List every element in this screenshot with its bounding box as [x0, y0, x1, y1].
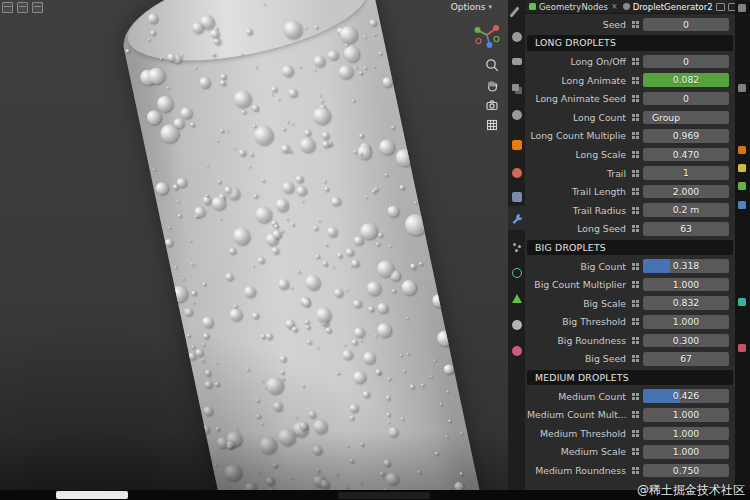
droplet — [145, 109, 162, 126]
section-header[interactable]: MEDIUM DROPLETS — [525, 368, 735, 387]
render-tab-icon[interactable] — [512, 32, 522, 42]
dropdown-field[interactable]: Group — [643, 111, 729, 125]
attribute-toggle-icon[interactable] — [631, 20, 640, 29]
value-field[interactable]: 1.000 — [643, 408, 729, 422]
physics-orbit-tab-icon[interactable] — [512, 268, 522, 278]
field-value: 1.000 — [643, 408, 729, 422]
node-tree-name[interactable]: GeometryNodes — [539, 2, 608, 12]
attribute-toggle-icon[interactable] — [631, 299, 640, 308]
tool-tab-icon[interactable] — [509, 6, 519, 17]
droplet — [308, 410, 316, 418]
value-field[interactable]: 0.832 — [643, 296, 729, 310]
attribute-toggle-icon[interactable] — [631, 280, 640, 289]
3d-viewport[interactable]: Options ▾ — [0, 0, 508, 490]
attribute-toggle-icon[interactable] — [631, 113, 640, 122]
droplet — [147, 38, 149, 40]
attribute-toggle-icon[interactable] — [631, 187, 640, 196]
droplet — [364, 67, 366, 69]
attribute-toggle-icon[interactable] — [631, 429, 640, 438]
output-tab-icon[interactable] — [512, 58, 522, 65]
value-field[interactable]: 0.750 — [643, 464, 729, 478]
value-field[interactable]: 63 — [643, 222, 729, 236]
attribute-toggle-icon[interactable] — [631, 169, 640, 178]
particles-tab-icon[interactable] — [512, 242, 522, 252]
grid-ortho-icon[interactable] — [485, 118, 499, 132]
value-field[interactable]: 1.000 — [643, 315, 729, 329]
attribute-toggle-icon[interactable] — [631, 466, 640, 475]
object-tab-icon[interactable] — [512, 140, 522, 150]
attribute-toggle-icon[interactable] — [631, 94, 640, 103]
attribute-toggle-icon[interactable] — [631, 410, 640, 419]
attribute-toggle-icon[interactable] — [631, 150, 640, 159]
timeline-marker[interactable] — [56, 491, 128, 499]
attribute-toggle-icon[interactable] — [631, 224, 640, 233]
modifiers-wrench-icon[interactable] — [511, 211, 523, 224]
droplet — [460, 432, 462, 434]
value-field[interactable]: 2.000 — [643, 185, 729, 199]
object-data-tab-icon[interactable] — [512, 294, 522, 303]
render-toggle-icon[interactable] — [728, 3, 735, 11]
material-tab-icon[interactable] — [512, 346, 522, 356]
scene-tab-icon[interactable] — [512, 110, 522, 120]
attribute-toggle-icon[interactable] — [631, 131, 640, 140]
value-field[interactable]: 67 — [643, 352, 729, 366]
value-field[interactable]: 0.318 — [643, 259, 729, 273]
property-row: Trail Length2.000 — [525, 182, 735, 201]
value-field[interactable]: 0 — [643, 55, 729, 69]
droplet — [253, 194, 258, 199]
fake-user-icon[interactable] — [623, 3, 630, 10]
chevron-down-icon: ▾ — [488, 3, 492, 11]
value-field[interactable]: 0 — [643, 92, 729, 106]
attribute-toggle-icon[interactable] — [631, 206, 640, 215]
constraints-tab-icon[interactable] — [512, 192, 522, 202]
attribute-toggle-icon[interactable] — [631, 57, 640, 66]
droplet — [223, 463, 243, 483]
value-field[interactable]: 0 — [643, 18, 729, 32]
attribute-toggle-icon[interactable] — [631, 262, 640, 271]
view-layer-tab-icon[interactable] — [512, 84, 519, 91]
droplet — [431, 293, 447, 309]
droplet — [373, 66, 375, 68]
section-header[interactable]: BIG DROPLETS — [525, 238, 735, 257]
modifier-header[interactable]: GeometryNodes × DropletGenerator2 — [525, 0, 735, 14]
value-field[interactable]: 1.000 — [643, 427, 729, 441]
camera-view-icon[interactable] — [485, 98, 499, 112]
editor-type-icon[interactable] — [32, 2, 43, 13]
value-field[interactable]: 1.000 — [643, 445, 729, 459]
droplet — [387, 426, 398, 437]
droplet — [313, 226, 318, 231]
value-field[interactable]: 0.969 — [643, 129, 729, 143]
attribute-toggle-icon[interactable] — [631, 354, 640, 363]
editor-type-icon[interactable] — [2, 2, 13, 13]
material-preview-tab-icon[interactable] — [512, 320, 522, 330]
editor-type-icon[interactable] — [17, 2, 28, 13]
attribute-toggle-icon[interactable] — [631, 76, 640, 85]
value-field[interactable]: 0.470 — [643, 148, 729, 162]
can-3d-model[interactable] — [114, 0, 502, 490]
attribute-toggle-icon[interactable] — [631, 336, 640, 345]
section-header[interactable]: LONG DROPLETS — [525, 34, 735, 53]
property-row: Long On/Off0 — [525, 52, 735, 71]
value-field[interactable]: 0.2 m — [643, 203, 729, 217]
navigation-gizmo[interactable] — [472, 20, 502, 50]
property-row: Long Seed63 — [525, 220, 735, 239]
physics-tab-icon[interactable] — [512, 168, 522, 178]
display-toggle-icon[interactable] — [716, 3, 725, 11]
droplet — [360, 442, 365, 447]
attribute-toggle-icon[interactable] — [631, 392, 640, 401]
value-field[interactable]: 1 — [643, 166, 729, 180]
value-field[interactable]: 1.000 — [643, 278, 729, 292]
close-icon[interactable]: × — [611, 2, 618, 11]
options-dropdown[interactable]: Options ▾ — [447, 1, 496, 13]
pan-hand-icon[interactable] — [485, 78, 499, 92]
zoom-icon[interactable] — [485, 58, 499, 72]
attribute-toggle-icon[interactable] — [631, 447, 640, 456]
attribute-toggle-icon[interactable] — [631, 317, 640, 326]
droplet — [313, 55, 326, 68]
value-field[interactable]: 0.300 — [643, 334, 729, 348]
value-field[interactable]: 0.082 — [643, 73, 729, 87]
droplet — [240, 52, 243, 55]
value-field[interactable]: 0.426 — [643, 389, 729, 403]
modifier-name[interactable]: DropletGenerator2 — [633, 2, 713, 12]
property-label: Medium Count Mult... — [527, 409, 630, 420]
